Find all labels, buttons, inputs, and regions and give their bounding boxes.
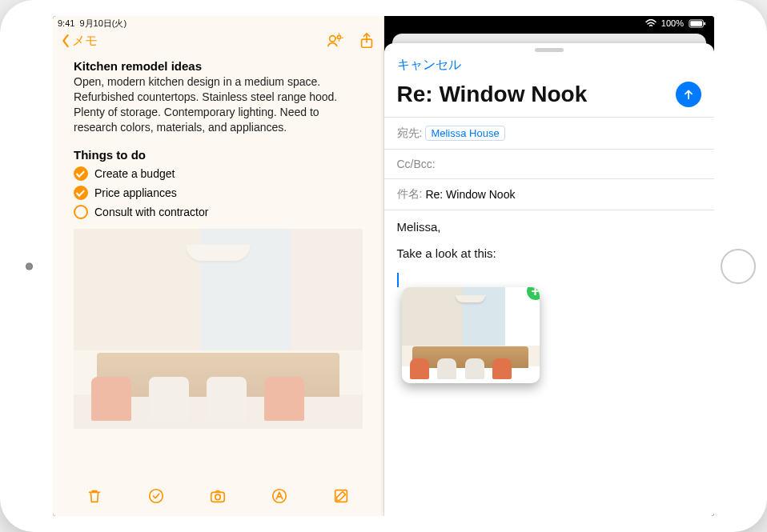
- body-line: Take a look at this:: [397, 246, 702, 260]
- todo-item: Consult with contractor: [74, 205, 363, 219]
- notes-app-pane: 9:41 9月10日(火) メモ Kitchen remodel ideas O…: [53, 16, 384, 516]
- split-view-screen: 9:41 9月10日(火) メモ Kitchen remodel ideas O…: [53, 16, 714, 516]
- todo-checkbox[interactable]: [74, 186, 88, 200]
- mail-body-editor[interactable]: Melissa, Take a look at this:: [384, 210, 715, 516]
- arrow-up-icon: [682, 88, 695, 101]
- home-button[interactable]: [721, 249, 756, 284]
- battery-percent: 100%: [661, 18, 684, 28]
- status-date: 9月10日(火): [79, 18, 126, 30]
- body-line: Melissa,: [397, 220, 702, 234]
- wifi-icon: [645, 19, 657, 27]
- markup-icon[interactable]: [271, 487, 288, 508]
- mail-compose-sheet: キャンセル Re: Window Nook 宛先: Melissa House …: [384, 43, 715, 516]
- dragged-image-thumbnail[interactable]: [402, 287, 540, 383]
- notes-nav-actions: [326, 32, 375, 50]
- back-label: メモ: [72, 33, 98, 50]
- svg-point-3: [150, 490, 163, 503]
- todo-checkbox[interactable]: [74, 166, 88, 181]
- svg-point-6: [273, 490, 287, 503]
- todo-label: Create a budget: [94, 167, 175, 180]
- collaborate-icon[interactable]: [326, 32, 343, 50]
- battery-icon: [689, 19, 706, 28]
- mail-app-pane: 100% キャンセル Re: Window Nook 宛先: Meliss: [384, 16, 715, 516]
- svg-point-5: [215, 494, 220, 499]
- status-time: 9:41: [58, 18, 74, 28]
- chevron-left-icon: [61, 34, 70, 48]
- svg-rect-10: [704, 22, 705, 25]
- todo-item: Price appliances: [74, 186, 363, 200]
- svg-rect-4: [211, 492, 225, 502]
- recipient-chip[interactable]: Melissa House: [425, 126, 504, 141]
- interior-photo-placeholder: [402, 287, 540, 383]
- ccbcc-label: Cc/Bcc:: [397, 158, 436, 170]
- svg-point-1: [337, 35, 340, 38]
- text-cursor: [397, 273, 399, 287]
- interior-photo-placeholder: [74, 229, 363, 429]
- svg-rect-9: [690, 21, 702, 26]
- subject-field[interactable]: 件名: Re: Window Nook: [384, 178, 715, 210]
- sheet-grabber[interactable]: [535, 48, 564, 52]
- status-bar-right: 100%: [384, 16, 715, 29]
- subject-heading: Re: Window Nook: [397, 82, 669, 107]
- todo-item: Create a budget: [74, 166, 363, 181]
- note-paragraph: Open, modern kitchen design in a medium …: [74, 74, 363, 135]
- note-section-heading: Things to do: [74, 148, 363, 162]
- subject-field-label: 件名:: [397, 187, 423, 202]
- todo-checkbox[interactable]: [74, 205, 88, 219]
- subject-header-row: Re: Window Nook: [384, 74, 715, 117]
- subject-field-value: Re: Window Nook: [425, 188, 515, 201]
- camera-icon[interactable]: [209, 487, 227, 508]
- back-button[interactable]: メモ: [61, 33, 98, 50]
- send-button[interactable]: [676, 82, 701, 107]
- compose-icon[interactable]: [332, 487, 350, 508]
- to-label: 宛先:: [397, 126, 423, 141]
- ipad-device-frame: 9:41 9月10日(火) メモ Kitchen remodel ideas O…: [0, 0, 767, 532]
- cancel-button[interactable]: キャンセル: [397, 57, 461, 74]
- ccbcc-field[interactable]: Cc/Bcc:: [384, 149, 715, 178]
- to-field[interactable]: 宛先: Melissa House: [384, 117, 715, 149]
- notes-nav-bar: メモ: [53, 29, 384, 54]
- todo-label: Consult with contractor: [94, 206, 208, 218]
- share-icon[interactable]: [358, 32, 375, 50]
- trash-icon[interactable]: [86, 487, 103, 508]
- note-title: Kitchen remodel ideas: [74, 59, 363, 73]
- svg-point-0: [329, 36, 335, 42]
- notes-bottom-toolbar: [53, 479, 384, 516]
- front-camera: [26, 262, 33, 270]
- note-attached-image[interactable]: [74, 229, 363, 429]
- status-bar-left: 9:41 9月10日(火): [53, 16, 384, 29]
- note-content[interactable]: Kitchen remodel ideas Open, modern kitch…: [53, 54, 384, 479]
- checklist-icon[interactable]: [147, 487, 165, 508]
- todo-label: Price appliances: [94, 186, 177, 199]
